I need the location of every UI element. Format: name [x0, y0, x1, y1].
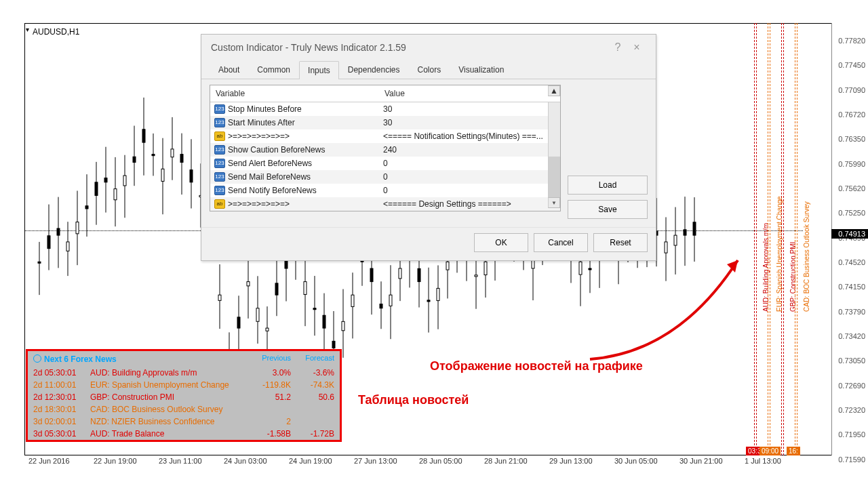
input-value[interactable]: 0 [379, 170, 548, 184]
reset-button[interactable]: Reset [593, 233, 648, 252]
svg-rect-77 [399, 268, 401, 279]
time-tick: 27 Jun 13:00 [354, 457, 397, 465]
svg-rect-81 [418, 268, 420, 281]
news-vline-time: 09:00 [760, 447, 781, 455]
input-value[interactable]: 30 [379, 102, 548, 116]
svg-rect-139 [693, 222, 696, 235]
news-name: NZD: NZIER Business Confidence [90, 417, 248, 426]
input-value[interactable]: 0 [379, 184, 548, 197]
input-row[interactable]: 123Stop Minutes Before30 [210, 102, 560, 116]
news-vline [795, 23, 795, 455]
ok-button[interactable]: OK [474, 233, 528, 252]
price-tick: 0.73790 [831, 308, 865, 316]
time-tick: 29 Jun 13:00 [549, 457, 593, 465]
number-type-icon: 123 [214, 159, 225, 168]
time-tick: 22 Jun 2016 [28, 457, 70, 465]
time-tick: 30 Jun 21:00 [679, 457, 723, 465]
number-type-icon: 123 [214, 118, 225, 127]
scroll-thumb[interactable] [548, 170, 560, 184]
news-name: AUD: Trade Balance [90, 429, 248, 439]
current-price-label: 0.74913 [831, 229, 868, 239]
close-icon[interactable]: × [627, 41, 646, 54]
news-name: CAD: BOC Business Outlook Survey [90, 405, 248, 414]
time-tick: 24 Jun 03:00 [224, 457, 267, 465]
cancel-button[interactable]: Cancel [534, 233, 588, 252]
input-value[interactable]: 0 [379, 157, 548, 170]
scroll-thumb[interactable] [548, 184, 560, 197]
dialog-title-text: Custom Indicator - Truly News Indicator … [211, 42, 608, 53]
svg-rect-13 [95, 182, 98, 196]
svg-rect-95 [484, 262, 487, 274]
column-variable[interactable]: Variable [210, 85, 379, 102]
tab-colors[interactable]: Colors [408, 60, 450, 79]
input-row[interactable]: 123Show Caution BeforeNews240 [210, 143, 560, 157]
news-col-forecast: Forecast [291, 354, 334, 364]
price-tick: 0.73050 [831, 357, 865, 365]
news-fore: -1.72B [291, 429, 334, 439]
scroll-track[interactable] [548, 129, 560, 143]
news-fore: 50.6 [291, 392, 334, 402]
tab-about[interactable]: About [210, 60, 248, 79]
input-value[interactable]: <===== Notification Settings(Minutes) ==… [379, 129, 548, 143]
svg-rect-83 [427, 300, 430, 302]
svg-rect-135 [674, 235, 677, 245]
number-type-icon: 123 [214, 172, 225, 182]
svg-rect-45 [247, 282, 250, 286]
time-tick: 23 Jun 11:00 [159, 457, 202, 465]
news-vline [768, 23, 768, 455]
svg-rect-3 [47, 236, 50, 249]
news-col-previous: Previous [248, 354, 291, 364]
news-name: GBP: Construction PMI [90, 392, 248, 402]
input-row[interactable]: 123Send Alert BeforeNews0 [210, 157, 560, 170]
input-row[interactable]: 123Send Mail BeforeNews0 [210, 170, 560, 184]
svg-rect-61 [323, 315, 326, 328]
svg-rect-23 [142, 129, 145, 142]
time-tick: 28 Jun 21:00 [484, 457, 528, 465]
news-time: 2d 12:30:01 [33, 392, 90, 402]
input-row[interactable]: 123Send Notify BeforeNews0 [210, 184, 560, 197]
price-tick: 0.73420 [831, 332, 865, 340]
scroll-track[interactable] [548, 102, 560, 116]
input-value[interactable]: 30 [379, 116, 548, 129]
svg-rect-1 [38, 262, 41, 263]
news-vline [754, 23, 755, 455]
news-prev: -1.58B [248, 429, 291, 439]
tab-visualization[interactable]: Visualization [450, 60, 513, 79]
dialog-titlebar[interactable]: Custom Indicator - Truly News Indicator … [201, 35, 656, 60]
input-value[interactable]: <====== Design Settings ======> [379, 197, 548, 211]
input-variable-name: Send Mail BeforeNews [228, 172, 311, 182]
tab-inputs[interactable]: Inputs [299, 61, 339, 79]
input-row[interactable]: ab>=>=>=>=>=>=><====== Design Settings =… [210, 197, 560, 211]
price-tick: 0.72690 [831, 382, 865, 390]
time-tick: 22 Jun 19:00 [94, 457, 137, 465]
input-value[interactable]: 240 [379, 143, 548, 157]
news-row: 3d 02:00:01NZD: NZIER Business Confidenc… [28, 415, 340, 428]
scroll-up-icon[interactable]: ▲ [548, 85, 560, 96]
scroll-down-icon[interactable]: ▼ [548, 197, 560, 208]
help-icon[interactable]: ? [608, 41, 627, 54]
price-tick: 0.76350 [831, 135, 865, 143]
news-time: 2d 11:00:01 [33, 380, 90, 390]
news-vline [783, 23, 784, 455]
input-row[interactable]: ab>=>=>=>=>=>=><===== Notification Setti… [210, 129, 560, 143]
news-fore: -74.3K [291, 380, 334, 390]
save-button[interactable]: Save [568, 200, 648, 219]
scroll-track[interactable] [548, 116, 560, 129]
tab-common[interactable]: Common [248, 60, 299, 79]
inputs-table[interactable]: Variable Value ▲ 123Stop Minutes Before3… [210, 85, 561, 211]
svg-rect-31 [180, 155, 183, 163]
scroll-thumb[interactable] [548, 157, 560, 170]
price-tick: 0.74150 [831, 283, 865, 291]
svg-rect-21 [133, 157, 136, 162]
tab-dependencies[interactable]: Dependencies [339, 60, 409, 79]
number-type-icon: 123 [214, 104, 225, 114]
svg-rect-93 [475, 275, 477, 277]
price-tick: 0.77820 [831, 37, 865, 45]
price-tick: 0.75990 [831, 160, 865, 168]
input-variable-name: >=>=>=>=>=>=> [228, 131, 290, 141]
input-row[interactable]: 123Start Minutes After30 [210, 116, 560, 129]
load-button[interactable]: Load [568, 176, 648, 195]
column-value[interactable]: Value [379, 85, 548, 102]
scroll-track[interactable] [548, 143, 560, 157]
input-variable-name: Send Notify BeforeNews [228, 186, 317, 195]
